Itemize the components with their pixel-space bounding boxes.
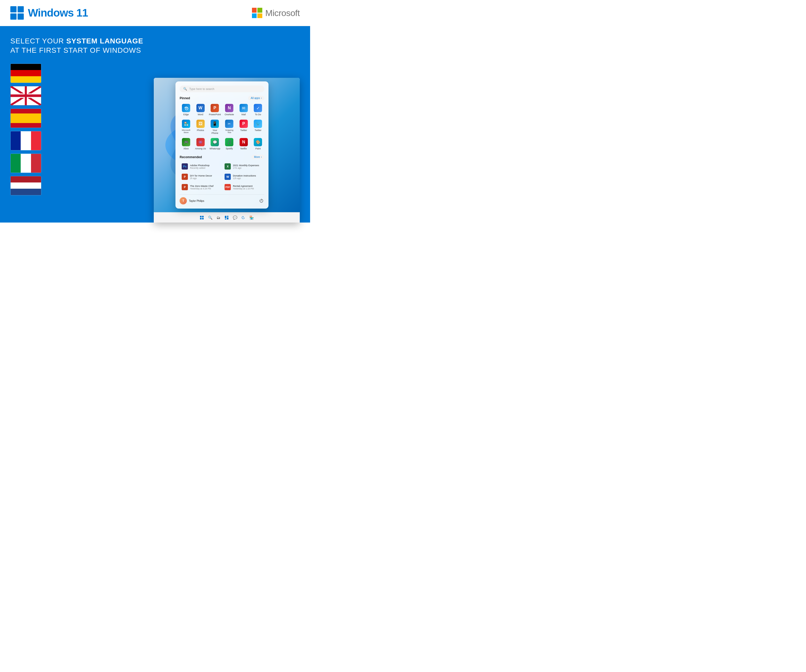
netflix-icon: N [239,138,248,146]
header: Windows 11 Microsoft [0,0,310,26]
taskbar: 🔍 🗂 💬 🏪 [154,212,300,223]
todo-label: To Do [255,113,261,116]
windows-squares-icon [10,6,24,20]
search-bar[interactable]: 🔍 Type here to search [180,86,264,92]
start-menu: 🔍 Type here to search Pinned All apps › [175,81,269,208]
app-xbox[interactable]: 🎮 Xbox [180,137,193,151]
rec-rental-time: Yesterday at 1:15 PM [233,187,254,190]
user-bar: T Taylor Philips [180,194,264,205]
twitter-label: Twitter [254,129,261,132]
word-icon: W [197,104,205,112]
paint-icon: 🎨 [254,138,262,146]
ms-sq-blue [252,13,257,18]
recommended-grid: Ps Adobe Photoshop Recently added X [180,162,264,192]
app-photos[interactable]: 🖼 Photos [194,119,207,136]
rec-donation-name: Donation Instructions [233,174,256,177]
app-paint[interactable]: 🎨 Paint [252,137,264,151]
powerpoint-icon: P [211,104,219,112]
flag-it[interactable] [10,154,41,173]
taskbar-search[interactable]: 🔍 [207,215,213,220]
mail-icon: ✉ [239,104,248,112]
rec-expenses[interactable]: X 2021 Monthly Expenses 17m ago [223,162,264,171]
pinterest-icon: P [239,120,248,128]
among-icon: 👾 [197,138,205,146]
recommended-label: Recommended [180,155,202,159]
microsoft-squares-icon [252,8,262,18]
paint-label: Paint [255,147,261,150]
rec-donation-time: 12h ago [233,177,256,180]
rec-zerowaste[interactable]: P The Zero-Waste Chef Yesterday at 4:24 … [180,182,221,192]
pinned-label: Pinned [180,96,190,100]
snipping-icon: ✂ [225,120,233,128]
flag-uk[interactable] [10,86,41,106]
app-whatsapp[interactable]: 💬 WhatsApp [208,137,221,151]
app-among[interactable]: 👾 Among Us [194,137,207,151]
flags-column [10,64,144,195]
snipping-label: Snipping Tool [223,129,235,134]
ms-sq-green [258,8,262,13]
app-spotify[interactable]: 🎵 Spotify [223,137,236,151]
app-todo[interactable]: ✓ To Do [252,103,264,117]
windows-mockup: 🔍 Type here to search Pinned All apps › [154,78,300,223]
avatar: T [180,197,187,205]
rec-diy[interactable]: P DIY for Home Decor 2h ago [180,172,221,182]
svg-rect-8 [200,218,202,220]
taskbar-task-view[interactable]: 🗂 [216,215,221,220]
taskbar-store[interactable]: 🏪 [249,215,254,220]
app-word[interactable]: W Word [194,103,207,117]
app-edge[interactable]: Edge [180,103,193,117]
svg-rect-6 [200,216,202,217]
ms-sq-red [252,8,257,13]
app-powerpoint[interactable]: P PowerPoint [208,103,221,117]
taskbar-start[interactable] [199,215,205,220]
app-mail[interactable]: ✉ Mail [237,103,250,117]
xbox-label: Xbox [183,147,189,150]
yourphone-label: Your Phone [209,129,221,135]
app-yourphone[interactable]: 📱 Your Phone [208,119,221,136]
taskbar-edge[interactable] [240,215,246,220]
win-sq-1 [10,6,17,12]
edge-label: Edge [183,113,189,116]
app-snipping[interactable]: ✂ Snipping Tool [223,119,236,136]
user-info[interactable]: T Taylor Philips [180,197,204,205]
power-button[interactable] [258,198,264,204]
win-sq-4 [18,13,24,20]
svg-rect-13 [225,219,226,220]
app-pinterest[interactable]: P Twitter [237,119,250,136]
onenote-label: OneNote [225,113,234,116]
word-label: Word [198,113,203,116]
app-netflix[interactable]: N Netflix [237,137,250,151]
flag-es[interactable] [10,109,41,128]
rec-rental[interactable]: PDF Rental Agreement Yesterday at 1:15 P… [223,182,264,192]
pdf-icon-rec: PDF [225,184,231,190]
app-onenote[interactable]: N OneNote [223,103,236,117]
spotify-icon: 🎵 [225,138,233,146]
app-msstore[interactable]: 🏪 Microsoft Store [180,119,193,136]
rec-zerowaste-time: Yesterday at 4:24 PM [190,187,213,190]
ppt-icon-rec: P [182,174,188,180]
rec-zerowaste-name: The Zero-Waste Chef [190,185,213,187]
taskbar-widgets[interactable] [224,215,230,220]
search-placeholder-text: Type here to search [189,88,214,91]
svg-rect-7 [202,216,204,217]
rec-photoshop-name: Adobe Photoshop [190,164,210,167]
flag-de[interactable] [10,64,41,83]
onenote-icon: N [225,104,233,112]
rec-photoshop[interactable]: Ps Adobe Photoshop Recently added [180,162,221,171]
svg-rect-11 [227,216,228,217]
flag-fr[interactable] [10,131,41,150]
app-twitter[interactable]: 🐦 Twitter [252,119,264,136]
photoshop-icon: Ps [182,163,188,170]
photos-icon: 🖼 [197,120,205,128]
pinned-apps-grid: Edge W Word P PowerPoint [180,103,264,151]
left-panel: SELECT YOUR SYSTEM LANGUAGE AT THE FIRST… [10,36,144,195]
more-button[interactable]: More › [251,155,264,159]
netflix-label: Netflix [240,147,247,150]
whatsapp-label: WhatsApp [210,147,220,150]
rec-donation[interactable]: W Donation Instructions 12h ago [223,172,264,182]
desktop-background: 🔍 Type here to search Pinned All apps › [154,78,300,212]
flag-nl[interactable] [10,176,41,195]
taskbar-chat[interactable]: 💬 [232,215,238,220]
svg-rect-10 [225,216,226,218]
all-apps-button[interactable]: All apps › [248,96,264,100]
